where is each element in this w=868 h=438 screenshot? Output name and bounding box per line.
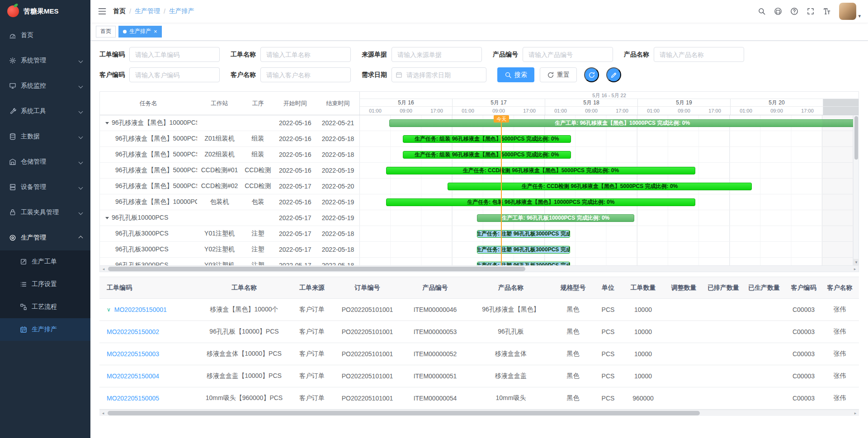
vertical-scrollbar-thumb[interactable] [854,116,858,160]
orders-cell-scheduled_qty [703,299,744,320]
scroll-left-icon[interactable]: ◂ [99,410,107,416]
collapse-arrow-icon[interactable] [105,122,109,124]
orders-cell-scheduled_qty [703,387,744,409]
filter-field-1-4: 产品名称 [624,47,744,62]
horizontal-scrollbar-thumb[interactable] [108,267,525,271]
tab-1[interactable]: 生产排产× [118,26,162,38]
app-logo[interactable]: 苦糖果MES [0,0,90,23]
orders-cell-produced_qty [744,299,784,320]
orders-cell-adjust_qty [665,321,703,343]
gantt-task-bar[interactable]: 生产任务: 组装 96孔移液盒【黑色】5000PCS 完成比例: 0% [403,151,571,159]
work-order-link[interactable]: MO202205150001 [114,306,167,313]
orders-cell-demand_date: 202 [857,343,859,365]
gantt-row-left: 96孔移液盒【黑色】5000PCSCCD检测#02CCD检测2022-05-17… [100,179,360,194]
filter-field-1-2: 来源单据 [362,47,482,62]
orders-row[interactable]: MO202205150004移液盒盒盖【10000】PCS客户订单PO20220… [99,365,859,387]
edit-button[interactable] [606,67,621,82]
sidebar-item-3[interactable]: 系统工具 [0,99,90,124]
text-input[interactable] [392,47,482,62]
filter-input-wrap [129,47,220,62]
sidebar-item-1[interactable]: 系统管理 [0,48,90,73]
gantt-horizontal-scrollbar[interactable]: ◂ ▸ [100,265,859,272]
work-order-link[interactable]: MO202205150003 [107,350,159,358]
gantt-task-bar[interactable]: 生产任务: 注塑 96孔孔板3000PCS 完成 [477,230,570,238]
orders-row[interactable]: MO20220515000510mm吸头【960000】PCS客户订单PO202… [99,387,859,410]
text-input[interactable] [129,67,220,82]
sidebar-subitem-1[interactable]: 工序设置 [0,273,90,296]
user-menu[interactable]: ▾ [839,3,861,20]
orders-row[interactable]: ∨MO202205150001移液盒【黑色】10000个客户订单PO202205… [99,299,859,321]
orders-cell-qty: 10000 [622,365,665,387]
gantt-task-bar[interactable]: 生产任务: 组装 96孔移液盒【黑色】5000PCS 完成比例: 0% [403,135,571,143]
breadcrumb-item-0[interactable]: 首页 [113,7,126,15]
tabs-bar: 首页生产排产× [90,23,868,41]
search-button-label: 搜索 [514,71,527,79]
gantt-cell-process: 注塑 [242,226,274,241]
sidebar-item-5[interactable]: 仓储管理 [0,149,90,174]
refresh-button[interactable] [584,67,599,82]
gantt-task-bar[interactable]: 生产任务: 注塑 96孔孔板3000PCS 完成 [477,262,570,265]
search-button[interactable]: 搜索 [497,67,534,82]
tab-0[interactable]: 首页 [96,26,116,38]
sidebar-item-7[interactable]: 工装夹具管理 [0,200,90,225]
reset-button[interactable]: 重置 [540,67,577,82]
gantt-order-bar[interactable]: 生产工单: 96孔移液盒【黑色】10000PCS 完成比例: 0% [389,119,855,127]
help-icon[interactable] [790,7,798,15]
gantt-vertical-scrollbar[interactable]: ▾ [853,115,859,265]
flow-icon [20,303,27,311]
orders-cell-spec: 黑色 [552,365,594,387]
github-icon[interactable] [774,7,782,15]
text-input[interactable] [523,47,613,62]
orders-row[interactable]: MO202205150003移液盒盒体【10000】PCS客户订单PO20220… [99,343,859,365]
menu-fold-icon[interactable] [98,7,107,16]
text-input[interactable] [260,47,351,62]
tab-close-icon[interactable]: × [154,28,157,34]
orders-horizontal-scrollbar[interactable]: ◂ ▸ [99,410,859,416]
sidebar-item-8[interactable]: 生产管理 [0,225,90,250]
sidebar-item-0[interactable]: 首页 [0,23,90,48]
collapse-arrow-icon[interactable] [105,217,109,219]
orders-cell-scheduled_qty [703,365,744,387]
breadcrumb-item-1[interactable]: 生产管理 [135,7,160,15]
orders-cell-source: 客户订单 [289,343,335,365]
gantt-cell-start: 2022-05-16 [274,115,316,131]
date-input[interactable] [392,67,486,82]
gantt-cell-start: 2022-05-17 [274,242,316,257]
work-order-link[interactable]: MO202205150005 [107,395,159,402]
gear-icon [9,57,16,64]
scroll-right-icon[interactable]: ▸ [852,410,859,416]
text-input[interactable] [129,47,220,62]
breadcrumb-item-2[interactable]: 生产排产 [169,7,194,15]
orders-cell-produced_qty [744,387,784,409]
work-order-link[interactable]: MO202205150002 [107,328,159,335]
search-icon[interactable] [758,7,766,15]
orders-row[interactable]: MO20220515000296孔孔板【10000】PCS客户订单PO20220… [99,321,859,343]
font-size-icon[interactable] [823,7,831,15]
filter-label: 产品名称 [624,51,649,59]
scroll-left-icon[interactable]: ◂ [100,266,107,272]
scroll-right-icon[interactable]: ▸ [851,266,859,272]
row-expand-icon[interactable]: ∨ [107,306,111,313]
scroll-down-icon[interactable]: ▾ [854,259,859,265]
gantt-task-bar[interactable]: 生产任务: CCD检测 96孔移液盒【黑色】5000PCS 完成比例: 0% [386,167,695,174]
gantt-task-bar[interactable]: 生产任务: CCD检测 96孔移液盒【黑色】5000PCS 完成比例: 0% [448,183,752,190]
gantt-task-bar[interactable]: 生产任务: 包装 96孔移液盒【黑色】10000PCS 完成比例: 0% [386,198,695,206]
sidebar-item-4[interactable]: 主数据 [0,124,90,149]
text-input[interactable] [654,47,744,62]
sidebar-item-6[interactable]: 设备管理 [0,174,90,200]
sidebar-subitem-0[interactable]: 生产工单 [0,250,90,273]
avatar[interactable] [839,3,856,20]
gantt-order-bar[interactable]: 生产工单: 96孔孔板10000PCS 完成比例: 0% [477,214,634,222]
gantt-row: 96孔移液盒【黑色】5000PCSCCD检测#02CCD检测2022-05-17… [100,179,859,194]
fullscreen-icon[interactable] [807,7,815,15]
gantt-task-bar[interactable]: 生产任务: 注塑 96孔孔板3000PCS 完成 [477,246,570,254]
text-input[interactable] [260,67,351,82]
work-order-link[interactable]: MO202205150004 [107,372,159,380]
horizontal-scrollbar-thumb[interactable] [108,411,700,415]
gantt-cell-station: Y01注塑机 [197,226,242,241]
sidebar-item-label: 系统管理 [21,57,46,65]
sidebar-subitem-3[interactable]: 生产排产 [0,318,90,341]
sidebar-subitem-2[interactable]: 工艺流程 [0,296,90,318]
sidebar-item-2[interactable]: 系统监控 [0,73,90,99]
gantt-cell-name: 96孔孔板3000PCS [100,242,197,257]
